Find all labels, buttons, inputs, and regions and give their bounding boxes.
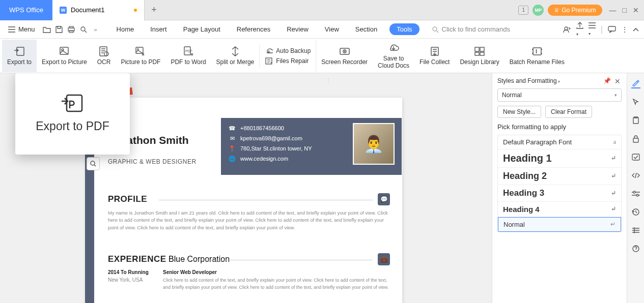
experience-location: New York, USA [108,277,154,283]
document-tab[interactable]: W Document1 [52,0,145,20]
ribbon-split-or-merge[interactable]: Split or Merge [211,40,260,72]
more-icon[interactable]: » [91,25,100,34]
style-item-heading-3[interactable]: Heading 3↵ [498,185,621,202]
find-icon[interactable] [87,157,100,170]
menu-tab-review[interactable]: Review [283,23,313,35]
menu-tab-insert[interactable]: Insert [146,23,171,35]
experience-date: 2014 To Running [108,269,154,275]
ribbon-file-collect[interactable]: File Collect [414,40,455,72]
menu-tab-view[interactable]: View [321,23,343,35]
ribbon-batch-rename-files[interactable]: IBatch Rename Files [505,40,570,72]
ribbon-icon: PDF [182,46,194,57]
style-select[interactable]: Normal [497,88,622,102]
save-icon[interactable] [54,25,64,34]
style-item-heading-4[interactable]: Heading 4↵ [498,202,621,217]
style-item-heading-2[interactable]: Heading 2↵ [498,168,621,185]
style-item-default-paragraph-font[interactable]: Default Paragraph Fonta [498,135,621,149]
ribbon-screen-recorder[interactable]: Screen Recorder [316,40,373,72]
more-vertical-icon[interactable]: ⋮ [621,25,628,34]
resume-contact: ☎+8801867456600 ✉kpetrova698@gamil.com 📍… [221,118,351,175]
location-icon: 📍 [229,145,235,152]
clipboard-rail-icon[interactable] [631,116,640,125]
document-page[interactable]: Jonathon Smith GRAPHIC & WEB DESIGNER ☎+… [87,98,402,303]
experience-title: EXPERIENCE [108,254,166,264]
user-avatar[interactable]: MP [533,5,544,16]
layout-rail-icon[interactable] [631,226,640,235]
ribbon-pdf-to-word[interactable]: PDFPDF to Word [165,40,211,72]
command-search[interactable]: Click to find commands [432,25,510,33]
pin-icon[interactable]: 📌 [603,77,610,84]
document-icon: W [60,7,67,14]
add-tab-button[interactable]: + [145,0,163,20]
auto-backup-button[interactable]: Auto Backup [265,47,311,55]
search-placeholder: Click to find commands [442,25,510,33]
experience-company: Blue Corporation [169,255,230,263]
close-panel-icon[interactable]: ✕ [614,77,622,84]
user-share-icon[interactable] [563,26,571,33]
styles-subheading: Pick formatting to apply [497,123,622,131]
menu-tab-tools[interactable]: Tools [389,23,419,35]
svg-point-11 [104,52,108,56]
export-pdf-callout-text: Export to PDF [36,118,109,134]
history-rail-icon[interactable] [631,207,640,217]
ribbon-tools: Export toExport to PictureOCRPicture to … [0,39,644,73]
comment-icon[interactable] [608,26,616,33]
briefcase-badge-icon: 💼 [378,253,390,265]
files-repair-button[interactable]: +Files Repair [265,57,311,65]
profile-body: My name is Jonathon Smith and I am 21 ye… [108,209,393,231]
collapse-ribbon-icon[interactable] [633,27,639,32]
menu-button[interactable]: Menu [5,25,38,33]
open-icon[interactable] [42,25,51,34]
svg-rect-10 [100,47,107,56]
svg-point-4 [433,27,437,31]
menu-tab-section[interactable]: Section [351,23,381,35]
svg-rect-7 [17,47,24,55]
select-rail-icon[interactable] [631,98,640,107]
notification-badge[interactable]: 1 [518,6,528,15]
search-icon [432,26,439,33]
ribbon-export-to[interactable]: Export to [2,40,37,72]
minimize-button[interactable]: — [609,6,617,14]
window-controls: — □ ✕ [609,6,639,14]
new-style-button[interactable]: New Style... [497,106,541,118]
menu-tab-home[interactable]: Home [113,23,138,35]
menubar: Menu » HomeInsertPage LayoutReferencesRe… [0,20,644,39]
help-rail-icon[interactable] [631,244,640,253]
maximize-button[interactable]: □ [623,6,627,14]
svg-text:PDF: PDF [185,49,192,53]
experience-position: Senior Web Developer [163,269,393,275]
code-rail-icon[interactable] [631,171,640,180]
close-button[interactable]: ✕ [633,6,639,14]
go-premium-button[interactable]: Go Premium [548,5,602,16]
style-item-normal[interactable]: Normal↵ [498,217,621,232]
menu-tab-references[interactable]: References [233,23,274,35]
share-icon[interactable]: ▾ [576,22,583,37]
ribbon-save-to-cloud-docs[interactable]: Save toCloud Docs [373,40,414,72]
ribbon-export-to-picture[interactable]: Export to Picture [37,40,92,72]
ribbon-design-library[interactable]: Design Library [455,40,504,72]
app-tab[interactable]: WPS Office [0,0,52,20]
style-list: Default Paragraph FontaHeading 1↵Heading… [497,135,622,232]
email-icon: ✉ [229,135,235,141]
svg-point-34 [636,194,638,196]
print-icon[interactable] [67,25,76,34]
svg-rect-6 [608,26,615,31]
print-preview-icon[interactable] [79,25,88,34]
chat-badge-icon: 💬 [378,193,390,205]
approve-rail-icon[interactable] [631,153,640,162]
svg-rect-29 [633,117,638,124]
lock-rail-icon[interactable] [631,134,640,143]
ribbon-picture-to-pdf[interactable]: Picture to PDF [116,40,165,72]
experience-body: Click here to add content of the text, a… [163,277,393,291]
ribbon-ocr[interactable]: OCR [92,40,116,72]
resume-role: GRAPHIC & WEB DESIGNER [108,158,197,165]
styles-panel-title[interactable]: Styles and Formatting [497,77,603,84]
experience-section: EXPERIENCE 💼 Blue Corporation 2014 To Ru… [108,254,393,291]
styles-rail-icon[interactable] [631,79,640,88]
menu-tab-page-layout[interactable]: Page Layout [179,23,225,35]
style-item-heading-1[interactable]: Heading 1↵ [498,149,621,168]
settings-rail-icon[interactable] [631,189,640,198]
list-icon[interactable]: ▾ [589,22,596,37]
clear-format-button[interactable]: Clear Format [545,106,592,118]
export-pdf-icon [59,93,87,113]
